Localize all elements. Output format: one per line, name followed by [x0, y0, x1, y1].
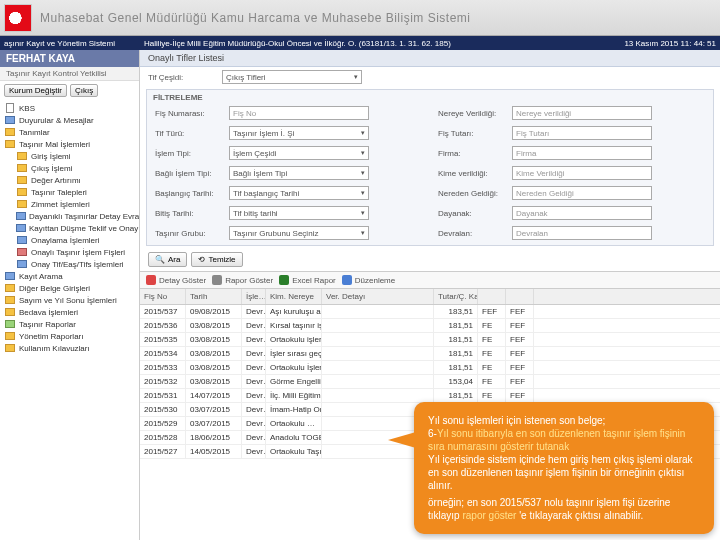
subbar-right: 13 Kasım 2015 11: 44: 51 — [596, 39, 716, 48]
flag-icon — [4, 4, 32, 32]
tree-item[interactable]: Onay Tif/Eaş/Tifs İşlemleri — [0, 258, 139, 270]
chevron-down-icon: ▾ — [361, 129, 365, 137]
table-row[interactable]: 2015/53203/08/2015Devr…Görme Engelliler … — [140, 375, 720, 389]
table-row[interactable]: 2015/53303/08/2015Devr…Ortaokulu İşler t… — [140, 361, 720, 375]
callout-pointer-icon — [388, 432, 416, 448]
tree-item[interactable]: Onaylı Taşınır İşlem Fişleri — [0, 246, 139, 258]
search-icon: 🔍 — [155, 255, 165, 264]
calendar-icon: ▾ — [361, 189, 365, 197]
content-panel: Onaylı Tifler Listesi Tif Çeşidi: Çıkış … — [140, 50, 720, 540]
subbar-center: Haliliye-İlçe Milli Eğitim Müdürlüğü-Oku… — [144, 39, 596, 48]
clear-icon: ⟲ — [198, 255, 205, 264]
column-header[interactable]: İşle… — [242, 289, 266, 304]
table-row[interactable]: 2015/53114/07/2015Devr…İlç. Milli Eğitim… — [140, 389, 720, 403]
subbar-left: aşınır Kayıt ve Yönetim Sistemi — [4, 39, 144, 48]
report-icon — [212, 275, 222, 285]
tree-item[interactable]: Yönetim Raporları — [0, 330, 139, 342]
table-row[interactable]: 2015/53403/08/2015Devr…İşler sırası geçi… — [140, 347, 720, 361]
chevron-down-icon: ▾ — [361, 149, 365, 157]
tree-item[interactable]: Diğer Belge Girişleri — [0, 282, 139, 294]
tifturu-select[interactable]: Taşınır İşlem İ. Şi▾ — [229, 126, 369, 140]
tree-item[interactable]: Sayım ve Yıl Sonu İşlemleri — [0, 294, 139, 306]
column-header[interactable]: Tutar/Ç. Kay — [434, 289, 478, 304]
user-name: FERHAT KAYA — [0, 50, 139, 67]
fistutari-input[interactable]: Fiş Tutarı — [512, 126, 652, 140]
user-role: Taşınır Kayıt Kontrol Yetkilisi — [0, 67, 139, 81]
change-org-button[interactable]: Kurum Değiştir — [4, 84, 67, 97]
firma-input[interactable]: Firma — [512, 146, 652, 160]
tree-item[interactable]: Kullanım Kılavuzları — [0, 342, 139, 354]
grid-toolbar: Detay Göster Rapor Göster Excel Rapor Dü… — [140, 271, 720, 289]
bitis-date[interactable]: Tif bitiş tarihi▾ — [229, 206, 369, 220]
column-header[interactable] — [478, 289, 506, 304]
excel-icon — [279, 275, 289, 285]
table-row[interactable]: 2015/53709/08/2015Devr…Aşı kuruluşu aşı … — [140, 305, 720, 319]
baslangic-date[interactable]: Tif başlangıç Tarihi▾ — [229, 186, 369, 200]
exit-button[interactable]: Çıkış — [70, 84, 98, 97]
tree-item[interactable]: Dayanıklı Taşınırlar Detay Evrakı — [0, 210, 139, 222]
tif-cesidi-select[interactable]: Çıkış Tifleri▾ — [222, 70, 362, 84]
tree-item[interactable]: Kayıttan Düşme Teklif ve Onay Tutanağı — [0, 222, 139, 234]
tif-cesidi-label: Tif Çeşidi: — [148, 73, 218, 82]
bagli-select[interactable]: Bağlı İşlem Tipi▾ — [229, 166, 369, 180]
tree-item[interactable]: Duyurular & Mesajlar — [0, 114, 139, 126]
tree-item[interactable]: Zimmet İşlemleri — [0, 198, 139, 210]
tree-item[interactable]: Taşınır Talepleri — [0, 186, 139, 198]
detail-button[interactable]: Detay Göster — [146, 275, 206, 285]
nereye-input[interactable]: Nereye verildiği — [512, 106, 652, 120]
column-header[interactable]: Fiş No — [140, 289, 186, 304]
filter-panel: FİLTRELEME Fiş Numarası:Fiş No Tif Türü:… — [146, 89, 714, 246]
search-button[interactable]: 🔍Ara — [148, 252, 187, 267]
column-header[interactable]: Ver. Detayı — [322, 289, 434, 304]
detail-icon — [146, 275, 156, 285]
column-header[interactable] — [506, 289, 534, 304]
sub-header: aşınır Kayıt ve Yönetim Sistemi Haliliye… — [0, 36, 720, 50]
tree-item[interactable]: Çıkış İşlemi — [0, 162, 139, 174]
calendar-icon: ▾ — [361, 209, 365, 217]
tree-item[interactable]: Onaylama İşlemleri — [0, 234, 139, 246]
help-callout: Yıl sonu işlemleri için istenen son belg… — [414, 402, 714, 534]
chevron-down-icon: ▾ — [361, 229, 365, 237]
app-title: Muhasebat Genel Müdürlüğü Kamu Harcama v… — [40, 11, 471, 25]
edit-icon — [342, 275, 352, 285]
nereden-input[interactable]: Nereden Geldiği — [512, 186, 652, 200]
tree-item[interactable]: Kayıt Arama — [0, 270, 139, 282]
tree-item[interactable]: Tanımlar — [0, 126, 139, 138]
tree-item[interactable]: Değer Artırımı — [0, 174, 139, 186]
devralan-input[interactable]: Devralan — [512, 226, 652, 240]
column-header[interactable]: Tarih — [186, 289, 242, 304]
tree-item[interactable]: Taşınır Raporlar — [0, 318, 139, 330]
islem-select[interactable]: İşlem Çeşidi▾ — [229, 146, 369, 160]
column-header[interactable]: Kim. Nereye — [266, 289, 322, 304]
tree-item[interactable]: KBS — [0, 102, 139, 114]
chevron-down-icon: ▾ — [354, 73, 358, 81]
app-header: Muhasebat Genel Müdürlüğü Kamu Harcama v… — [0, 0, 720, 36]
chevron-down-icon: ▾ — [361, 169, 365, 177]
clear-button[interactable]: ⟲Temizle — [191, 252, 242, 267]
panel-title: Onaylı Tifler Listesi — [140, 50, 720, 67]
fisno-input[interactable]: Fiş No — [229, 106, 369, 120]
excel-button[interactable]: Excel Rapor — [279, 275, 336, 285]
tree-item[interactable]: Bedava İşlemleri — [0, 306, 139, 318]
table-row[interactable]: 2015/53503/08/2015Devr…Ortaokulu işler s… — [140, 333, 720, 347]
kime-input[interactable]: Kime Verildiği — [512, 166, 652, 180]
tree-item[interactable]: Giriş İşlemi — [0, 150, 139, 162]
tree-item[interactable]: Taşınır Mal İşlemleri — [0, 138, 139, 150]
filter-heading: FİLTRELEME — [147, 92, 713, 103]
edit-button[interactable]: Düzenleme — [342, 275, 395, 285]
dayanak-input[interactable]: Dayanak — [512, 206, 652, 220]
nav-tree: KBSDuyurular & MesajlarTanımlarTaşınır M… — [0, 100, 139, 356]
sidebar: FERHAT KAYA Taşınır Kayıt Kontrol Yetkil… — [0, 50, 140, 540]
report-button[interactable]: Rapor Göster — [212, 275, 273, 285]
table-row[interactable]: 2015/53603/08/2015Devr…Kırsal taşınır iş… — [140, 319, 720, 333]
grup-select[interactable]: Taşınır Grubunu Seçiniz▾ — [229, 226, 369, 240]
